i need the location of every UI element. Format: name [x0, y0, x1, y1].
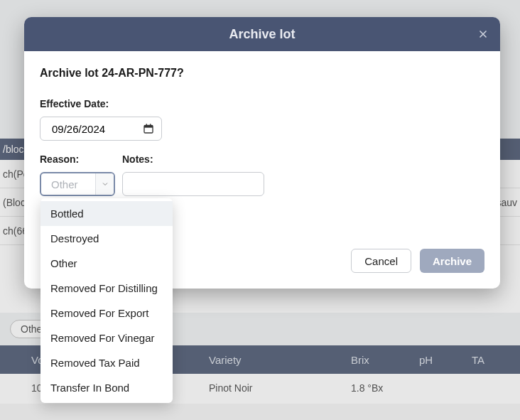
dropdown-item-removed-vinegar[interactable]: Removed For Vinegar — [40, 325, 173, 350]
dropdown-item-bottled[interactable]: Bottled — [40, 201, 173, 226]
archive-button[interactable]: Archive — [420, 249, 484, 273]
reason-placeholder: Other — [51, 178, 95, 190]
notes-column: Notes: — [122, 154, 264, 196]
notes-label: Notes: — [122, 154, 264, 165]
cancel-button-label: Cancel — [364, 255, 398, 267]
dropdown-item-removed-tax-paid[interactable]: Removed Tax Paid — [40, 350, 173, 375]
dropdown-item-destroyed[interactable]: Destroyed — [40, 226, 173, 251]
reason-label: Reason: — [40, 154, 115, 165]
reason-column: Reason: Other — [40, 154, 115, 196]
notes-input[interactable] — [122, 172, 264, 196]
archive-button-label: Archive — [433, 255, 472, 267]
effective-date-label: Effective Date: — [40, 98, 484, 109]
cancel-button[interactable]: Cancel — [351, 249, 411, 273]
confirm-text: Archive lot 24-AR-PN-777? — [40, 67, 484, 80]
close-button[interactable] — [475, 26, 492, 43]
close-icon — [477, 28, 489, 41]
calendar-icon — [143, 123, 154, 134]
dropdown-item-transfer-in-bond[interactable]: Transfer In Bond — [40, 375, 173, 400]
modal-title: Archive lot — [229, 27, 295, 42]
svg-rect-1 — [144, 125, 153, 127]
effective-date-input[interactable]: 09/26/2024 — [40, 117, 162, 141]
reason-notes-row: Reason: Other Notes: — [40, 154, 484, 196]
modal-header: Archive lot — [24, 17, 500, 51]
dropdown-item-removed-distilling[interactable]: Removed For Distilling — [40, 276, 173, 301]
reason-dropdown: Bottled Destroyed Other Removed For Dist… — [40, 198, 173, 403]
dropdown-item-removed-export[interactable]: Removed For Export — [40, 301, 173, 325]
chevron-down-icon — [95, 173, 114, 195]
modal-body: Archive lot 24-AR-PN-777? Effective Date… — [24, 51, 500, 203]
reason-select[interactable]: Other — [40, 172, 115, 196]
dropdown-item-other[interactable]: Other — [40, 251, 173, 276]
effective-date-value: 09/26/2024 — [52, 123, 105, 135]
